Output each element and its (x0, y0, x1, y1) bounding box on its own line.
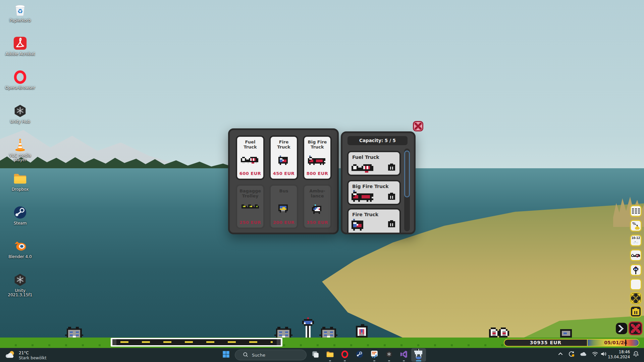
desktop-icon-dropbox[interactable]: Dropbox (3, 171, 38, 192)
file-explorer-button[interactable] (323, 348, 337, 362)
game-road (111, 338, 282, 347)
pixel-editor-taskbar-button[interactable] (367, 348, 382, 362)
shop-card-big-fire-truck[interactable]: Big Fire Truck 800 EUR (303, 135, 332, 180)
toolbar-tower-button[interactable] (630, 264, 642, 276)
desktop-icon-unity-editor[interactable]: Unity 2021.3.15f1 (3, 272, 38, 297)
control-tower-icon (633, 266, 638, 274)
garage-scrollbar-thumb[interactable] (404, 150, 410, 197)
steam-taskbar-button[interactable] (352, 348, 367, 362)
unity-icon (12, 103, 28, 119)
notification-bell[interactable]: z (632, 351, 640, 359)
garage-item-fire-truck[interactable]: Fire Truck (347, 208, 401, 234)
hidden-icons-chevron[interactable] (557, 351, 564, 359)
ambulance-sprite (312, 204, 323, 214)
shop-item-name: Big Fire Truck (304, 139, 330, 149)
cloud-icon (580, 351, 587, 359)
shop-item-price: 800 EUR (304, 171, 330, 176)
toolbar-finances-button[interactable]: % (630, 220, 642, 232)
hud-bottom-bar: 30935 EUR 05/01/24 (504, 339, 639, 347)
shop-item-price: 450 EUR (271, 171, 297, 176)
running-indicator (344, 360, 346, 361)
toolbar-flight-schedule-button[interactable]: 10-12 (630, 235, 642, 246)
task-view-button[interactable] (308, 348, 323, 362)
sync-tray-icon[interactable] (568, 351, 576, 359)
shop-item-name: Fire Truck (271, 139, 297, 149)
toolbar-terminal-button[interactable] (630, 279, 642, 290)
unity-taskbar-button[interactable] (382, 348, 396, 362)
chevron-right-icon (619, 325, 625, 332)
demolish-trash-icon (631, 308, 640, 315)
taskbar-weather-widget[interactable]: 21°C Stark bewölkt (5, 349, 47, 362)
speaker-icon (600, 351, 607, 359)
shop-card-ambulance[interactable]: Ambu-lance 350 EUR (303, 184, 332, 229)
onedrive-tray-icon[interactable] (579, 351, 588, 359)
desktop-icon-papierkorb[interactable]: ♻ Papierkorb (3, 2, 38, 23)
svg-text:♻: ♻ (17, 8, 23, 15)
close-dialog-button[interactable] (413, 121, 423, 131)
start-button[interactable] (219, 348, 233, 362)
steam-icon (12, 205, 28, 220)
garage-item-name: Fire Truck (352, 212, 378, 217)
toolbar-expand-button[interactable] (630, 292, 642, 304)
toolbar-demolish-button[interactable] (630, 306, 642, 317)
desktop-icon-unity-hub[interactable]: Unity Hub (3, 103, 38, 124)
terminal-building-sprite (65, 327, 83, 338)
desktop-icon-vlc[interactable]: VLC media player (3, 137, 38, 162)
sync-icon (568, 351, 575, 359)
search-box[interactable]: Suche (235, 350, 307, 360)
desktop-icon-label: Opera-Browser (3, 86, 38, 90)
vlc-icon (12, 137, 28, 153)
desktop-icon-label: VLC media player (3, 154, 38, 162)
opera-taskbar-button[interactable] (337, 348, 352, 362)
delete-vehicle-button[interactable] (387, 164, 396, 171)
visual-studio-taskbar-button[interactable] (396, 348, 411, 362)
unity-icon (12, 272, 28, 288)
search-placeholder: Suche (252, 353, 265, 358)
delete-vehicle-button[interactable] (387, 193, 396, 200)
clock-time: 18:46 (608, 350, 630, 355)
shop-card-fire-truck[interactable]: Fire Truck 450 EUR (269, 135, 298, 180)
garage-item-big-fire-truck[interactable]: Big Fire Truck (347, 180, 401, 205)
shop-item-price: 250 EUR (237, 220, 263, 225)
road-endcap (112, 339, 116, 345)
shop-item-name: Fuel Truck (237, 139, 263, 149)
garage-item-name: Fuel Truck (352, 155, 379, 160)
close-x-icon (415, 123, 422, 130)
garage-scrollbar-track[interactable] (404, 148, 410, 231)
garage-item-fuel-truck[interactable]: Fuel Truck (347, 151, 401, 176)
money-display: 30935 EUR (504, 340, 588, 346)
road-endcap (277, 339, 281, 345)
taskbar-clock[interactable]: 18:46 13.04.2024 (608, 350, 630, 360)
running-indicator (403, 360, 405, 361)
weather-temp: 21°C (19, 351, 47, 356)
volume-tray-icon[interactable] (600, 351, 608, 359)
file-explorer-icon (326, 350, 334, 360)
shop-card-baggage-trolley[interactable]: Bagagge Trolley 250 EUR (236, 184, 265, 229)
steam-icon (355, 350, 364, 360)
desktop-screen: ♻ Papierkorb Adobe Acrobat Opera-Browser… (0, 0, 644, 362)
running-indicator (329, 360, 331, 361)
garage-item-name: Big Fire Truck (352, 184, 389, 189)
departures-board-icon (632, 208, 640, 214)
toolbar-next-button[interactable] (616, 323, 627, 334)
shop-card-bus[interactable]: Bus 200 EUR (269, 184, 298, 229)
delete-vehicle-button[interactable] (387, 220, 396, 227)
desktop-icon-adobe-acrobat[interactable]: Adobe Acrobat (3, 36, 38, 56)
shop-item-price: 350 EUR (304, 220, 330, 225)
toolbar-departures-board-button[interactable] (630, 205, 642, 217)
wifi-tray-icon[interactable] (591, 351, 599, 359)
pixel-editor-icon (370, 350, 379, 360)
fire-truck-sprite (278, 156, 289, 165)
fuel-tanks-sprite (489, 327, 511, 338)
folder-icon (12, 171, 28, 186)
capacity-badge: Capacity: 5 / 5 (347, 136, 408, 145)
plane-icon (633, 241, 639, 244)
toolbar-close-button[interactable] (629, 321, 642, 335)
desktop-icon-blender[interactable]: Blender 4.0 (3, 238, 38, 259)
toolbar-vehicles-button[interactable] (630, 249, 642, 261)
wifi-icon (592, 351, 598, 359)
shop-card-fuel-truck[interactable]: Fuel Truck 600 EUR (236, 135, 265, 180)
airport-game-taskbar-button[interactable] (411, 348, 426, 362)
desktop-icon-opera[interactable]: Opera-Browser (3, 69, 38, 90)
desktop-icon-steam[interactable]: Steam (3, 205, 38, 226)
